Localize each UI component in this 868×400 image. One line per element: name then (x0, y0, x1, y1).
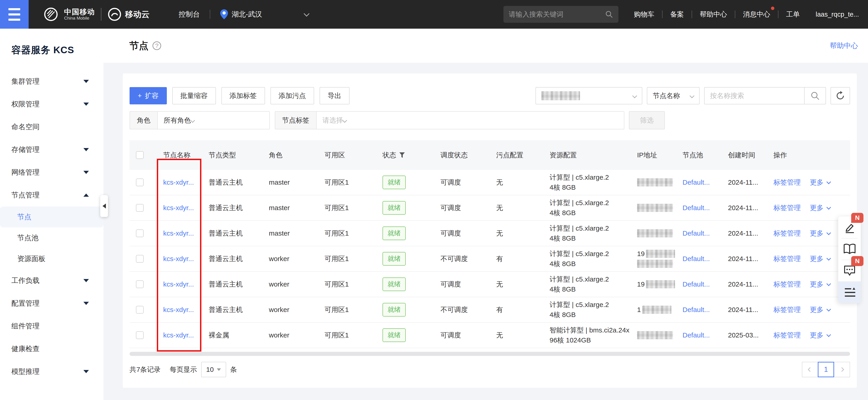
node-name-link[interactable]: kcs-xdyr... (163, 306, 194, 314)
sidebar-item[interactable]: 集群管理 (0, 70, 103, 93)
more-actions-link[interactable]: 更多 (810, 229, 824, 238)
row-checkbox[interactable] (136, 280, 144, 288)
row-checkbox[interactable] (136, 306, 144, 314)
more-actions-link[interactable]: 更多 (810, 331, 824, 340)
sidebar-subitem[interactable]: 资源面板 (0, 248, 103, 269)
node-name-link[interactable]: kcs-xdyr... (163, 255, 194, 263)
ip-prefix: 1 (637, 306, 641, 314)
row-checkbox[interactable] (136, 229, 144, 237)
manage-labels-link[interactable]: 标签管理 (773, 203, 801, 212)
node-search-input[interactable]: 按名称搜索 (704, 87, 804, 104)
node-name-link[interactable]: kcs-xdyr... (163, 229, 194, 237)
triangle-down-icon (217, 368, 221, 371)
horizontal-scrollbar[interactable] (129, 352, 850, 356)
node-pool-link[interactable]: Default... (683, 306, 710, 314)
sidebar-item[interactable]: 命名空间 (0, 116, 103, 138)
select-all-checkbox[interactable] (136, 151, 144, 159)
sidebar-item[interactable]: 工作负载 (0, 269, 103, 292)
more-actions-link[interactable]: 更多 (810, 203, 824, 212)
manage-labels-link[interactable]: 标签管理 (773, 254, 801, 263)
page-number-button[interactable]: 1 (818, 362, 834, 377)
topbar-item[interactable]: 购物车 (626, 10, 662, 19)
account-name[interactable]: laas_rqcp_te... (816, 11, 859, 18)
node-pool-link[interactable]: Default... (683, 331, 710, 339)
add-label-button[interactable]: 添加标签 (221, 87, 265, 104)
manage-labels-link[interactable]: 标签管理 (773, 305, 801, 314)
node-pool-link[interactable]: Default... (683, 229, 710, 237)
prev-page-button[interactable] (802, 362, 818, 377)
tag-filter-select[interactable]: 请选择 (316, 111, 624, 130)
node-pool-link[interactable]: Default... (683, 255, 710, 263)
role-filter-select[interactable]: 所有角色 (157, 111, 270, 130)
node-pool-link[interactable]: Default... (683, 178, 710, 186)
schedule-status: 可调度 (434, 178, 490, 187)
more-actions-link[interactable]: 更多 (810, 178, 824, 187)
topbar-item[interactable]: 备案 (662, 10, 692, 19)
sidebar-item[interactable]: 存储管理 (0, 138, 103, 161)
cluster-select[interactable] (535, 87, 642, 104)
manage-labels-link[interactable]: 标签管理 (773, 178, 801, 187)
row-checkbox[interactable] (136, 331, 144, 339)
ip-cell: 19 (631, 250, 676, 268)
node-pool-link[interactable]: Default... (683, 280, 710, 288)
manage-labels-link[interactable]: 标签管理 (773, 229, 801, 238)
row-checkbox[interactable] (136, 178, 144, 186)
console-link[interactable]: 控制台 (179, 9, 200, 19)
search-button[interactable] (804, 87, 826, 104)
help-question-icon[interactable]: ? (153, 41, 161, 50)
topbar-item[interactable]: 消息中心 (735, 10, 778, 19)
node-name-link[interactable]: kcs-xdyr... (163, 331, 194, 339)
sidebar-item[interactable]: 网络管理 (0, 161, 103, 184)
region-selector[interactable]: 湖北-武汉 (220, 9, 308, 19)
toolbar-menu-button[interactable] (838, 281, 861, 303)
sidebar-item[interactable]: 配置管理 (0, 292, 103, 315)
manage-labels-link[interactable]: 标签管理 (773, 331, 801, 340)
sidebar-item[interactable]: 模型推理 (0, 360, 103, 383)
expand-capacity-button[interactable]: + 扩容 (129, 87, 167, 104)
more-actions-link[interactable]: 更多 (810, 305, 824, 314)
sidebar-item[interactable]: 健康检查 (0, 338, 103, 360)
topbar-search[interactable]: 请输入搜索关键词 (503, 6, 618, 23)
table-row: kcs-xdyr... 裸金属 worker 可用区1 就绪 可调度 无 智能计… (129, 323, 850, 348)
refresh-button[interactable] (831, 87, 850, 104)
sidebar-subitem[interactable]: 节点 (0, 206, 103, 227)
chevron-left-icon (808, 367, 812, 372)
page-size-select[interactable]: 10 (201, 362, 226, 377)
node-name-link[interactable]: kcs-xdyr... (163, 178, 194, 186)
hamburger-menu-button[interactable] (0, 0, 29, 29)
filter-funnel-icon[interactable] (399, 152, 405, 158)
availability-zone: 可用区1 (318, 280, 376, 289)
topbar-item[interactable]: 帮助中心 (692, 10, 735, 19)
row-checkbox[interactable] (136, 255, 144, 263)
manage-labels-link[interactable]: 标签管理 (773, 280, 801, 289)
filter-apply-button[interactable]: 筛选 (629, 111, 665, 130)
sidebar-subitem[interactable]: 节点池 (0, 227, 103, 248)
chevron-down-icon (304, 11, 309, 17)
page-size-value: 10 (206, 366, 214, 373)
more-actions-link[interactable]: 更多 (810, 254, 824, 263)
node-name-link[interactable]: kcs-xdyr... (163, 204, 194, 212)
search-field-select[interactable]: 节点名称 (647, 87, 700, 104)
batch-shrink-button[interactable]: 批量缩容 (172, 87, 216, 104)
next-page-button[interactable] (834, 362, 850, 377)
feedback-chat-button[interactable]: N (838, 260, 861, 281)
column-header-status: 状态 (376, 150, 434, 160)
sidebar-collapse-handle[interactable] (100, 195, 108, 217)
topbar-item[interactable]: 工单 (778, 10, 808, 19)
node-name-link[interactable]: kcs-xdyr... (163, 280, 194, 288)
sidebar-item[interactable]: 组件管理 (0, 315, 103, 338)
ip-prefix: 19 (637, 280, 645, 288)
sidebar-item[interactable]: 节点管理 (0, 184, 103, 206)
sidebar-item[interactable]: 权限管理 (0, 93, 103, 116)
export-button[interactable]: 导出 (319, 87, 349, 104)
row-checkbox[interactable] (136, 204, 144, 212)
toolbar: + 扩容 批量缩容 添加标签 添加污点 导出 节点名称 按名称搜索 (123, 74, 857, 104)
add-taint-button[interactable]: 添加污点 (271, 87, 314, 104)
resource-config: 计算型 | c5.xlarge.2 4核 8GB (543, 301, 631, 319)
more-actions-link[interactable]: 更多 (810, 280, 824, 289)
node-type: 普通云主机 (202, 203, 262, 212)
survey-pencil-button[interactable]: N (838, 217, 861, 238)
node-pool-link[interactable]: Default... (683, 204, 710, 212)
status-badge: 就绪 (382, 303, 406, 317)
help-center-link[interactable]: 帮助中心 (830, 41, 858, 51)
